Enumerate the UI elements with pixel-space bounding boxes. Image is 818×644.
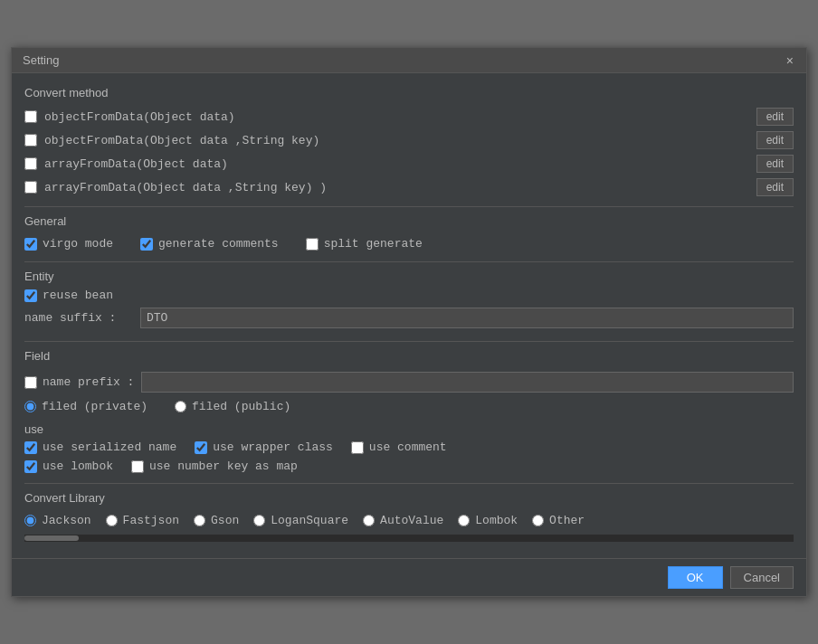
use-comment-label[interactable]: use comment: [351, 440, 447, 454]
library-fastjson-label[interactable]: Fastjson: [106, 514, 179, 527]
name-prefix-label[interactable]: name prefix :: [24, 375, 134, 389]
library-logansquare-radio[interactable]: [253, 515, 265, 526]
virgo-mode-checkbox[interactable]: [24, 238, 37, 251]
general-row: virgo mode generate comments split gener…: [24, 233, 794, 254]
filed-public-label[interactable]: filed (public): [175, 400, 290, 413]
settings-dialog: Setting × Convert method objectFromData(…: [11, 47, 807, 597]
filed-type-row: filed (private) filed (public): [24, 396, 794, 417]
virgo-mode-label[interactable]: virgo mode: [24, 237, 113, 251]
generate-comments-label[interactable]: generate comments: [140, 237, 279, 251]
reuse-bean-text: reuse bean: [43, 289, 113, 302]
use-lombok-label[interactable]: use lombok: [24, 459, 113, 473]
library-fastjson-text: Fastjson: [123, 514, 179, 527]
library-autovalue-label[interactable]: AutoValue: [363, 514, 443, 527]
virgo-mode-text: virgo mode: [43, 237, 113, 251]
field-section: Field name prefix : filed (private) file…: [24, 349, 794, 417]
scrollbar-area[interactable]: [24, 535, 794, 542]
library-fastjson-radio[interactable]: [106, 515, 118, 526]
method3-text: arrayFromData(Object data): [44, 157, 228, 171]
method4-text: arrayFromData(Object data ,String key) ): [44, 181, 327, 194]
library-other-text: Other: [549, 514, 585, 527]
method-row-1: objectFromData(Object data) edit: [24, 105, 794, 128]
library-lombok-radio[interactable]: [458, 515, 470, 526]
method4-checkbox[interactable]: [24, 181, 37, 194]
use-number-key-label[interactable]: use number key as map: [131, 459, 298, 473]
general-section-label: General: [24, 214, 794, 228]
convert-method-section-label: Convert method: [24, 86, 794, 99]
use-section: use use serialized name use wrapper clas…: [24, 421, 794, 476]
use-lombok-text: use lombok: [43, 459, 113, 473]
use-row-2: use lombok use number key as map: [24, 457, 794, 476]
close-button[interactable]: ×: [785, 54, 795, 67]
library-gson-label[interactable]: Gson: [194, 514, 239, 527]
library-section-label: Convert Library: [24, 491, 794, 505]
entity-section: Entity reuse bean name suffix :: [24, 270, 794, 334]
filed-public-text: filed (public): [192, 400, 290, 413]
name-suffix-label: name suffix :: [24, 311, 133, 325]
divider-4: [24, 483, 794, 484]
library-options-row: Jackson Fastjson Gson LoganSquare AutoVa…: [24, 510, 794, 531]
generate-comments-checkbox[interactable]: [140, 238, 153, 251]
name-prefix-input[interactable]: [141, 372, 794, 393]
method3-edit-button[interactable]: edit: [756, 155, 794, 173]
library-logansquare-text: LoganSquare: [271, 514, 348, 527]
library-jackson-radio[interactable]: [24, 515, 36, 526]
library-autovalue-radio[interactable]: [363, 515, 375, 526]
method-row-2: objectFromData(Object data ,String key) …: [24, 128, 794, 152]
split-generate-label[interactable]: split generate: [306, 237, 423, 251]
method-row-4: arrayFromData(Object data ,String key) )…: [24, 175, 794, 199]
library-logansquare-label[interactable]: LoganSquare: [253, 514, 348, 527]
use-label: use: [24, 421, 794, 438]
method-row-3: arrayFromData(Object data) edit: [24, 152, 794, 175]
method1-checkbox[interactable]: [24, 110, 37, 123]
convert-method-list: objectFromData(Object data) edit objectF…: [24, 105, 794, 199]
divider-2: [24, 261, 794, 262]
entity-section-label: Entity: [24, 270, 794, 283]
field-section-label: Field: [24, 349, 794, 363]
divider-3: [24, 341, 794, 342]
method1-edit-button[interactable]: edit: [756, 108, 794, 126]
bottom-bar: OK Cancel: [12, 558, 806, 596]
method1-text: objectFromData(Object data): [44, 110, 235, 124]
library-other-radio[interactable]: [532, 515, 544, 526]
library-jackson-label[interactable]: Jackson: [24, 514, 91, 527]
use-comment-text: use comment: [369, 440, 447, 454]
ok-button[interactable]: OK: [668, 566, 723, 589]
split-generate-checkbox[interactable]: [306, 238, 319, 251]
divider-1: [24, 206, 794, 207]
filed-public-radio[interactable]: [175, 401, 186, 412]
use-lombok-checkbox[interactable]: [24, 460, 37, 473]
filed-private-label[interactable]: filed (private): [24, 400, 147, 413]
use-serialized-name-label[interactable]: use serialized name: [24, 440, 176, 454]
use-row-1: use serialized name use wrapper class us…: [24, 438, 794, 457]
name-prefix-checkbox[interactable]: [24, 376, 37, 389]
library-other-label[interactable]: Other: [532, 514, 585, 527]
use-wrapper-class-checkbox[interactable]: [195, 441, 207, 454]
cancel-button[interactable]: Cancel: [730, 566, 794, 589]
name-prefix-text: name prefix :: [43, 375, 134, 389]
use-serialized-name-checkbox[interactable]: [24, 441, 37, 454]
dialog-body: Convert method objectFromData(Object dat…: [12, 73, 806, 551]
library-lombok-label[interactable]: Lombok: [458, 514, 518, 527]
reuse-bean-label[interactable]: reuse bean: [24, 289, 794, 302]
filed-private-radio[interactable]: [24, 401, 36, 412]
use-number-key-checkbox[interactable]: [131, 460, 144, 473]
library-jackson-text: Jackson: [42, 514, 91, 527]
method2-checkbox[interactable]: [24, 134, 37, 147]
title-bar: Setting ×: [12, 48, 806, 73]
method4-edit-button[interactable]: edit: [756, 178, 794, 196]
use-number-key-text: use number key as map: [149, 459, 298, 473]
reuse-bean-checkbox[interactable]: [24, 289, 37, 302]
use-wrapper-class-label[interactable]: use wrapper class: [195, 440, 333, 454]
name-suffix-row: name suffix :: [24, 302, 794, 334]
name-suffix-input[interactable]: [140, 308, 794, 328]
method2-edit-button[interactable]: edit: [756, 131, 794, 149]
scrollbar-thumb[interactable]: [24, 535, 79, 541]
library-lombok-text: Lombok: [475, 514, 518, 527]
method3-checkbox[interactable]: [24, 157, 37, 170]
library-gson-radio[interactable]: [194, 515, 205, 526]
use-comment-checkbox[interactable]: [351, 441, 364, 454]
library-autovalue-text: AutoValue: [380, 514, 443, 527]
dialog-title: Setting: [23, 53, 59, 67]
generate-comments-text: generate comments: [158, 237, 279, 251]
